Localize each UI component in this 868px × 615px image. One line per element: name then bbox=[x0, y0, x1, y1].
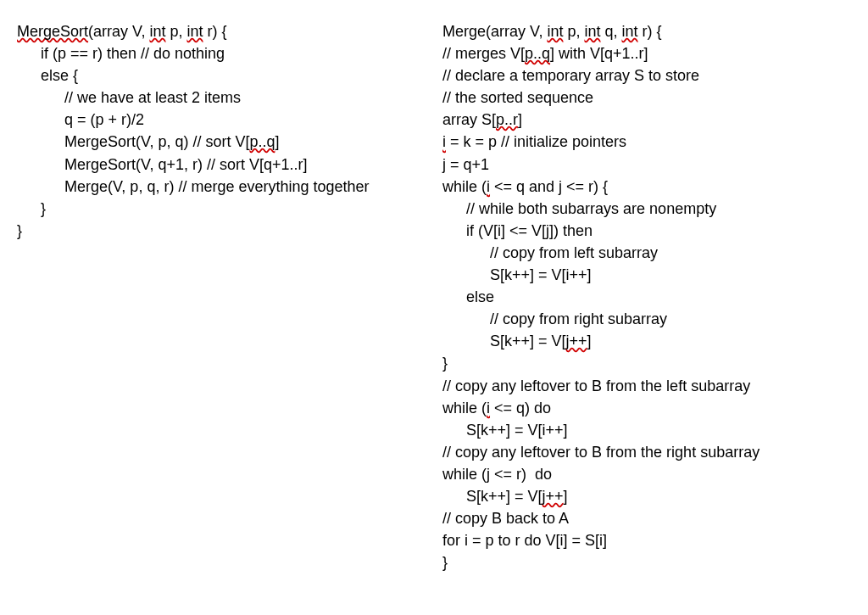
code-line: } bbox=[17, 198, 426, 220]
code-line: while (j <= r) do bbox=[442, 463, 851, 485]
code-line: if (p == r) then // do nothing bbox=[17, 42, 426, 64]
code-line: // merges V[p..q] with V[q+1..r] bbox=[442, 42, 851, 64]
code-line: while (i <= q and j <= r) { bbox=[442, 176, 851, 198]
code-line: } bbox=[442, 551, 851, 573]
code-line: // declare a temporary array S to store bbox=[442, 64, 851, 87]
code-line: S[k++] = V[i++] bbox=[442, 419, 851, 441]
code-line: array S[p..r] bbox=[442, 109, 851, 131]
code-line: S[k++] = V[j++] bbox=[442, 330, 851, 352]
code-line: while (i <= q) do bbox=[442, 397, 851, 419]
code-line: Merge(array V, int p, int q, int r) { bbox=[442, 20, 851, 42]
merge-code-block: Merge(array V, int p, int q, int r) { //… bbox=[434, 20, 851, 595]
code-line: // copy from right subarray bbox=[442, 308, 851, 330]
code-line: if (V[i] <= V[j]) then bbox=[442, 220, 851, 242]
code-line: // while both subarrays are nonempty bbox=[442, 198, 851, 220]
code-line: // copy any leftover to B from the left … bbox=[442, 375, 851, 397]
code-line: i = k = p // initialize pointers bbox=[442, 131, 851, 153]
code-line: q = (p + r)/2 bbox=[17, 109, 426, 131]
code-line: else bbox=[442, 286, 851, 308]
code-line: } bbox=[442, 352, 851, 374]
func-name: MergeSort bbox=[17, 23, 88, 40]
code-line: MergeSort(array V, int p, int r) { bbox=[17, 20, 426, 42]
code-line: Merge(V, p, q, r) // merge everything to… bbox=[17, 176, 426, 198]
code-line: j = q+1 bbox=[442, 154, 851, 176]
code-line: } bbox=[17, 220, 426, 242]
code-line: // the sorted sequence bbox=[442, 87, 851, 109]
code-line: for i = p to r do V[i] = S[i] bbox=[442, 529, 851, 551]
code-line: MergeSort(V, p, q) // sort V[p..q] bbox=[17, 131, 426, 153]
code-line: else { bbox=[17, 64, 426, 87]
code-line: // we have at least 2 items bbox=[17, 87, 426, 109]
code-line: S[k++] = V[i++] bbox=[442, 264, 851, 286]
code-line: S[k++] = V[j++] bbox=[442, 485, 851, 507]
code-line: MergeSort(V, q+1, r) // sort V[q+1..r] bbox=[17, 154, 426, 176]
code-line: // copy B back to A bbox=[442, 507, 851, 529]
mergesort-code-block: MergeSort(array V, int p, int r) { if (p… bbox=[17, 20, 434, 595]
code-line: // copy from left subarray bbox=[442, 242, 851, 264]
code-line: // copy any leftover to B from the right… bbox=[442, 441, 851, 463]
